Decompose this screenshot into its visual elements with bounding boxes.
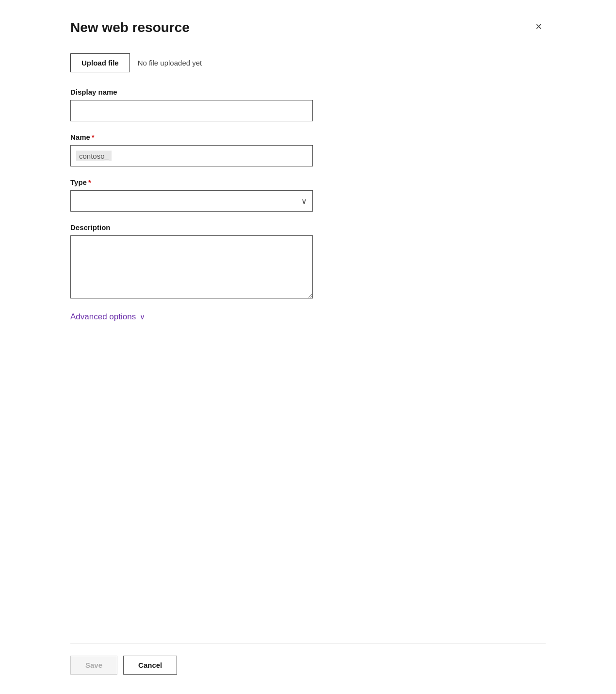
dialog-title: New web resource [70,19,190,36]
cancel-button[interactable]: Cancel [123,656,177,675]
type-select[interactable]: CSS Data (XML) HTML Web Resource Image (… [70,190,313,212]
name-input-wrapper: contoso_ [70,145,313,166]
upload-row: Upload file No file uploaded yet [70,53,546,72]
description-label: Description [70,223,546,231]
new-web-resource-dialog: New web resource × Upload file No file u… [51,0,565,694]
advanced-options-label: Advanced options [70,312,136,322]
description-group: Description [70,223,546,300]
display-name-group: Display name [70,88,546,121]
close-button[interactable]: × [532,19,546,34]
dialog-body: Upload file No file uploaded yet Display… [70,53,546,644]
name-group: Name* contoso_ [70,133,546,166]
display-name-label: Display name [70,88,546,96]
name-label: Name* [70,133,546,141]
display-name-input[interactable] [70,100,313,121]
advanced-options-toggle[interactable]: Advanced options ∨ [70,312,145,322]
name-required-star: * [92,133,95,141]
upload-status-text: No file uploaded yet [138,59,202,67]
type-select-wrapper: CSS Data (XML) HTML Web Resource Image (… [70,190,313,212]
save-button[interactable]: Save [70,656,117,675]
upload-file-button[interactable]: Upload file [70,53,130,72]
advanced-options-chevron-icon: ∨ [140,313,145,321]
type-group: Type* CSS Data (XML) HTML Web Resource I… [70,178,546,212]
type-label: Type* [70,178,546,186]
type-required-star: * [88,178,91,186]
name-input[interactable] [70,145,313,166]
dialog-header: New web resource × [70,19,546,36]
description-textarea[interactable] [70,235,313,298]
dialog-footer: Save Cancel [70,644,546,675]
